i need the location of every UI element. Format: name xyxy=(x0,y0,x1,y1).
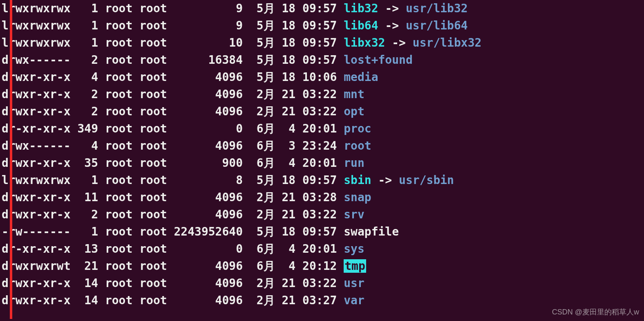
link-count: 14 xyxy=(77,276,98,290)
day: 21 xyxy=(282,294,295,307)
group: root xyxy=(139,294,167,307)
file-name: media xyxy=(344,70,378,84)
ls-row: drwx------ 2 root root 16384 5月 18 09:57… xyxy=(2,52,642,69)
time: 03:28 xyxy=(302,191,337,204)
group: root xyxy=(139,276,167,290)
ls-row: drwxrwxrwt 21 root root 4096 6月 4 20:12 … xyxy=(2,258,642,275)
month: 2月 xyxy=(257,294,275,307)
link-count: 2 xyxy=(77,53,98,67)
size: 2243952640 xyxy=(174,225,243,238)
month: 5月 xyxy=(257,19,275,32)
size: 4096 xyxy=(174,191,243,204)
file-name: opt xyxy=(344,105,364,118)
link-count: 1 xyxy=(77,36,98,49)
ls-row: drwxr-xr-x 2 root root 4096 2月 21 03:22 … xyxy=(2,206,642,223)
owner: root xyxy=(105,208,132,221)
month: 6月 xyxy=(257,139,275,153)
time: 20:01 xyxy=(302,122,337,135)
group: root xyxy=(139,36,167,49)
ls-row: drwxr-xr-x 2 root root 4096 2月 21 03:22 … xyxy=(2,86,642,103)
day: 18 xyxy=(282,173,295,187)
file-name: root xyxy=(344,139,371,153)
day: 21 xyxy=(282,208,295,221)
time: 09:57 xyxy=(302,19,337,32)
ls-row: dr-xr-xr-x 13 root root 0 6月 4 20:01 sys xyxy=(2,240,642,258)
size: 4096 xyxy=(174,105,243,118)
group: root xyxy=(139,19,167,32)
size: 8 xyxy=(174,173,243,187)
day: 18 xyxy=(282,2,295,15)
symlink-target: usr/lib32 xyxy=(406,2,468,15)
month: 5月 xyxy=(257,173,275,187)
link-count: 13 xyxy=(77,242,98,256)
owner: root xyxy=(105,242,132,256)
size: 4096 xyxy=(174,276,243,290)
owner: root xyxy=(105,70,132,84)
ls-row: drwxr-xr-x 2 root root 4096 2月 21 03:22 … xyxy=(2,103,642,120)
link-count: 2 xyxy=(77,105,98,118)
symlink-target: usr/libx32 xyxy=(413,36,482,49)
owner: root xyxy=(105,276,132,290)
group: root xyxy=(139,139,167,153)
time: 03:22 xyxy=(302,208,337,221)
size: 4096 xyxy=(174,259,243,273)
symlink-arrow: -> xyxy=(378,173,392,187)
month: 5月 xyxy=(257,70,275,84)
file-name: sys xyxy=(344,242,364,256)
month: 5月 xyxy=(257,53,275,67)
file-name: libx32 xyxy=(344,36,385,49)
owner: root xyxy=(105,105,132,118)
terminal-output[interactable]: lrwxrwxrwx 1 root root 9 5月 18 09:57 lib… xyxy=(0,0,644,309)
size: 16384 xyxy=(174,53,243,67)
size: 4096 xyxy=(174,70,243,84)
owner: root xyxy=(105,2,132,15)
day: 21 xyxy=(282,191,295,204)
size: 4096 xyxy=(174,139,243,153)
size: 4096 xyxy=(174,88,243,101)
size: 4096 xyxy=(174,208,243,221)
size: 0 xyxy=(174,122,243,135)
group: root xyxy=(139,105,167,118)
group: root xyxy=(139,225,167,238)
group: root xyxy=(139,88,167,101)
month: 5月 xyxy=(257,225,275,238)
size: 9 xyxy=(174,2,243,15)
time: 09:57 xyxy=(302,225,337,238)
owner: root xyxy=(105,19,132,32)
file-name: srv xyxy=(344,208,364,221)
time: 03:27 xyxy=(302,294,337,307)
month: 6月 xyxy=(257,242,275,256)
day: 18 xyxy=(282,19,295,32)
size: 900 xyxy=(174,156,243,170)
time: 03:22 xyxy=(302,276,337,290)
owner: root xyxy=(105,36,132,49)
file-name: run xyxy=(344,156,364,170)
link-count: 349 xyxy=(77,122,98,135)
time: 20:12 xyxy=(302,259,337,273)
group: root xyxy=(139,156,167,170)
time: 20:01 xyxy=(302,242,337,256)
ls-row: drwxr-xr-x 11 root root 4096 2月 21 03:28… xyxy=(2,189,642,206)
day: 3 xyxy=(282,139,295,153)
month: 2月 xyxy=(257,88,275,101)
file-name: usr xyxy=(344,276,364,290)
link-count: 1 xyxy=(77,225,98,238)
owner: root xyxy=(105,294,132,307)
month: 5月 xyxy=(257,36,275,49)
month: 6月 xyxy=(257,156,275,170)
group: root xyxy=(139,242,167,256)
group: root xyxy=(139,259,167,273)
month: 2月 xyxy=(257,105,275,118)
link-count: 21 xyxy=(77,259,98,273)
link-count: 35 xyxy=(77,156,98,170)
month: 2月 xyxy=(257,276,275,290)
file-name: lib32 xyxy=(344,2,378,15)
symlink-arrow: -> xyxy=(392,36,406,49)
size: 4096 xyxy=(174,294,243,307)
link-count: 2 xyxy=(77,88,98,101)
file-name: proc xyxy=(344,122,371,135)
file-name: lost+found xyxy=(344,53,413,67)
month: 6月 xyxy=(257,122,275,135)
group: root xyxy=(139,53,167,67)
month: 2月 xyxy=(257,208,275,221)
